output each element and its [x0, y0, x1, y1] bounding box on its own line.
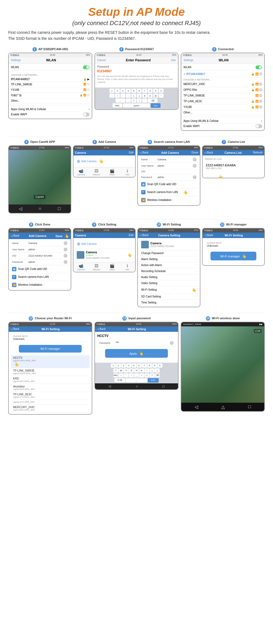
step10-cursor: 👆	[192, 288, 196, 292]
step10-video-setting[interactable]: Video Setting›	[139, 280, 199, 286]
step10-audio-setting[interactable]: Audio Setting›	[139, 274, 199, 280]
wifi-other[interactable]: Other...	[9, 98, 92, 103]
step12-network-tplink56[interactable]: TP-LINK_56863E signal:100% WPA_AES	[11, 368, 90, 376]
step-10-block: 10 Wi-Fi Setting 中国移动14:5847% ◁ Back Cam…	[137, 222, 200, 307]
step-12-label: 12 Choose your Router Wi-Fi	[8, 316, 92, 321]
step12-network-tplink6e[interactable]: TP-LINK_6E3C signal:47% WPA_AES	[11, 392, 90, 400]
step11-content: Current Wi-Fi Unknown Wi-Fi manager 👆	[203, 238, 265, 265]
step11-wifi-manager-btn[interactable]: Wi-Fi manager 👆	[210, 252, 256, 260]
step-3-label: 3 Connected	[181, 47, 265, 52]
step13-status: 中国移动19:0450%	[95, 322, 178, 326]
step12-network-hcctv[interactable]: HCCTV signal:100% WPA_AES 👆	[11, 355, 90, 368]
step-1-label: 1 AP SSID(IPCAM-UID)	[8, 47, 92, 52]
step10-wifi-setting[interactable]: Wi-Fi Setting› 👆	[139, 286, 199, 294]
step3-connected-network: ✓ IPCAM-640817 🔒 📶 ⓘ	[181, 71, 264, 77]
step9-add-camera[interactable]: ⊕ Add Camera	[75, 239, 134, 249]
wifi-print: 印刷广告 🔒 📶 ⓘ	[9, 93, 92, 98]
step6-content: Name Camera × User Name admin × UID P	[138, 155, 200, 205]
steps-row-1-3: 1 AP SSID(IPCAM-UID) 中国移动 16:39 46% Sett…	[8, 47, 265, 131]
step-3-block: 3 Connected 中国移动 16:40 46% Settings WLAN…	[181, 47, 265, 131]
step13-android-nav: ◁ ○ □	[95, 383, 178, 389]
step13-password-input[interactable]	[116, 341, 170, 344]
step-1-nav: Settings WLAN	[9, 57, 92, 64]
keyboard-row-4: ABC space Join	[96, 103, 177, 108]
step10-time-setting[interactable]: Time Setting›	[139, 300, 199, 306]
step14-video-preview: LIVE	[181, 326, 264, 403]
step10-sd-card[interactable]: SD Card Setting›	[139, 294, 199, 300]
step-13-block: 13 Input password 中国移动19:0450% ◁ Back Wi…	[94, 316, 179, 390]
wifi-tplink: TP-LINK_56863E 📶 ⓘ	[9, 82, 92, 87]
step3-wlan-toggle[interactable]	[256, 65, 262, 69]
step5-add-camera-btn[interactable]: ⊕ Add Camera 👆	[75, 157, 134, 166]
step10-content: Camera ZZZZ-640817-EAABA Change Password…	[138, 238, 200, 307]
enable-wapi[interactable]: Enable WAPI	[9, 112, 92, 118]
step14-controls: ◁ △ □	[181, 403, 264, 411]
step7-device[interactable]: ZZZZ-640817-EAABA 192.168.1.114	[204, 161, 263, 172]
step13-apply-btn[interactable]: Apply 👆	[105, 349, 168, 358]
step-8-block: 8 Click Done 中国移动17:5150% ◁ Back Add Cam…	[8, 222, 71, 291]
step7-status: 中国移动17:5150%	[203, 146, 265, 150]
steps-row-4-7: 4 Open CamHi APP 中国移动17:5155% CamHi ◁ ○ …	[8, 140, 265, 213]
tab-info[interactable]: ℹ Info	[120, 168, 135, 177]
wifi-ipcam[interactable]: IPCAM-640817 🔒 ▶	[9, 77, 92, 82]
step-7-block: 7 Camera List 中国移动17:5150% ◁ Back Camera…	[202, 140, 265, 178]
step8-nav: ◁ Back Add Camera Done 👆	[9, 233, 71, 239]
steps-row-12-14: 12 Choose your Router Wi-Fi 中国移动11:5356%…	[8, 316, 265, 415]
step-9-block: 9 Click Setting 中国移动17:5255% Camera Edit…	[73, 222, 136, 272]
step11-current-wifi-section: Current Wi-Fi Unknown	[205, 240, 262, 249]
step6-password-field: Password admin ×	[139, 174, 199, 180]
step6-uid-field: UID	[139, 169, 199, 174]
step14-status: SNSWEST_PROD▶▶	[181, 322, 264, 326]
step12-content: Current Wi-Fi Unknown Wi-Fi manager HCCT…	[9, 332, 92, 414]
step9-thumb	[77, 251, 84, 259]
step5-cursor: 👆	[99, 159, 103, 163]
step6-nav: ◁ Back Add Camera Done	[138, 150, 200, 155]
step12-network-mercury[interactable]: MERCURY_243C signal:46% WPA_AES	[11, 405, 90, 413]
step13-content: HCCTV Password × Apply 👆	[95, 332, 178, 363]
step11-status: 中国移动19:0246%	[203, 228, 265, 233]
keyboard-row-1: 1 2 3 4 5 6 7 8 9 0	[96, 89, 177, 93]
step6-search-lan[interactable]: 🔍 Search camera from LAN › 👆	[139, 188, 199, 196]
step-10-phone: 中国移动14:5847% ◁ Back Camera Setting Camer…	[137, 228, 200, 307]
step-6-block: 6 Search camera from LAN 中国移动17:1150% ◁ …	[137, 140, 200, 206]
wlan-cellular[interactable]: Apps Using WLAN & Cellular›	[9, 107, 92, 112]
step12-wifi-manager-btn[interactable]: Wi-Fi manager	[19, 345, 82, 353]
step-3-content: WLAN ✓ IPCAM-640817 🔒 📶 ⓘ CHOOSE A NETWO…	[181, 64, 264, 130]
step10-action-alarm[interactable]: Action with Alarm›	[139, 262, 199, 268]
step-1-status-bar: 中国移动 16:39 46%	[9, 53, 92, 57]
step12-network-deyiadeyi[interactable]: deyiadeyi signal:63% WPA_AES	[11, 384, 90, 392]
step10-alarm-setting[interactable]: Alarm Setting›	[139, 256, 199, 262]
step-6-phone: 中国移动17:1150% ◁ Back Add Camera Done Name…	[137, 145, 200, 206]
step9-nav: Camera Edit	[73, 233, 135, 238]
keyboard-row-2: - / : ; ( ) $ & @ "	[96, 94, 177, 98]
step12-network-krd[interactable]: KRD signal:63% WPA_AES	[11, 376, 90, 384]
step6-cursor: 👆	[183, 190, 188, 194]
step8-status: 中国移动17:5150%	[9, 228, 71, 233]
tab-camera[interactable]: 📹 Camera	[73, 168, 89, 177]
step-6-label: 6 Search camera from LAN	[137, 140, 200, 144]
wlan-toggle-row: WLAN	[9, 65, 92, 70]
step12-current-wifi-section: Current Wi-Fi Unknown	[11, 333, 90, 342]
step6-scan-qr[interactable]: ▦ Scan QR Code add UID ›	[139, 180, 199, 188]
step10-status: 中国移动14:5847%	[138, 228, 200, 233]
step12-nav: ◁ Back Wi-Fi Setting	[9, 326, 92, 332]
step-7-label: 7 Camera List	[202, 140, 265, 144]
step10-change-password[interactable]: Change Password›	[139, 250, 199, 256]
step5-content: ⊕ Add Camera 👆	[73, 155, 135, 167]
tab-albums[interactable]: 🖼 Albums	[89, 168, 104, 177]
step12-network-unnamed[interactable]: signal:47% WPA_AES	[11, 400, 90, 405]
step6-wireless[interactable]: 📶 Wireless Installation ›	[139, 196, 199, 204]
step5-bottom-tabs: 📹 Camera 🖼 Albums 🎬 Video ℹ Info	[73, 167, 135, 177]
step10-recording-schedule[interactable]: Recording Schedule›	[139, 268, 199, 274]
step10-nav: ◁ Back Camera Setting	[138, 233, 200, 238]
wlan-toggle[interactable]	[83, 65, 90, 69]
step-2-status-bar: 中国移动 16:40 45%	[95, 53, 178, 57]
step12-status: 中国移动11:5356%	[9, 322, 92, 326]
step9-camera-item[interactable]: Camera Online ZZZZ-640817-EAABA 👆	[75, 249, 134, 261]
step7-nav: ◁ Back Camera List Refresh	[203, 150, 265, 155]
step-12-phone: 中国移动11:5356% ◁ Back Wi-Fi Setting Curren…	[8, 322, 92, 415]
steps-row-8-11: 8 Click Done 中国移动17:5150% ◁ Back Add Cam…	[8, 222, 265, 307]
step4-cam-preview: CamHi	[9, 150, 71, 204]
tab-video[interactable]: 🎬 Video	[104, 168, 120, 177]
step10-camera-header: Camera ZZZZ-640817-EAABA	[139, 239, 199, 250]
